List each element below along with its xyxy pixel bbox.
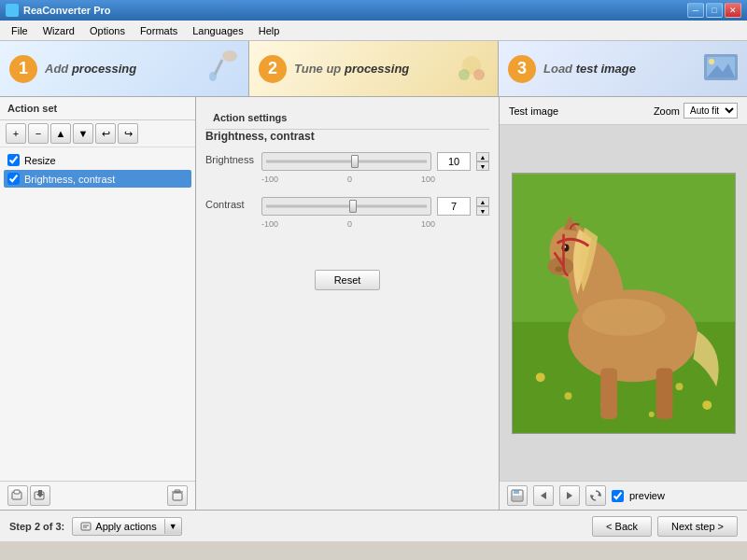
apply-main-button[interactable]: Apply actions [73, 518, 163, 535]
menu-formats[interactable]: Formats [133, 23, 185, 38]
menu-file[interactable]: File [4, 23, 35, 38]
undo-button[interactable]: ↩ [95, 123, 116, 144]
right-header: Test image Zoom Auto fit 25% 50% 75% 100… [500, 97, 747, 125]
svg-point-19 [564, 392, 571, 399]
status-bar: Step 2 of 3: Apply actions ▼ < Back Next… [0, 510, 747, 541]
contrast-label: Contrast [205, 199, 261, 210]
back-button[interactable]: < Back [592, 516, 652, 537]
middle-panel: Action settings Brightness, contrast Bri… [196, 97, 500, 510]
import-button[interactable] [7, 485, 28, 506]
status-left: Step 2 of 3: Apply actions ▼ [9, 517, 182, 536]
brightness-down[interactable]: ▼ [476, 161, 489, 171]
svg-point-31 [555, 266, 562, 272]
contrast-value[interactable]: 7 [437, 197, 471, 216]
svg-point-0 [222, 50, 237, 62]
step-3-number: 3 [508, 55, 536, 83]
maximize-button[interactable]: □ [706, 3, 723, 18]
svg-point-5 [458, 69, 470, 80]
svg-rect-33 [655, 368, 672, 419]
menu-bar: File Wizard Options Formats Languages He… [0, 21, 747, 41]
preview-label: preview [629, 490, 665, 501]
main-area: Action set + − ▲ ▼ ↩ ↪ Resize Brightness… [0, 97, 747, 510]
title-text: ReaConverter Pro [23, 5, 687, 16]
svg-rect-15 [175, 490, 180, 492]
svg-point-22 [702, 400, 712, 410]
menu-options[interactable]: Options [82, 23, 133, 38]
step-2-text: Tune up processing [294, 62, 409, 76]
next-step-button[interactable]: Next step > [657, 516, 738, 537]
close-button[interactable]: ✕ [725, 3, 741, 18]
action-list: Resize Brightness, contrast [0, 147, 195, 481]
step-1-icon [204, 49, 241, 86]
contrast-slider[interactable] [261, 197, 431, 216]
action-toolbar: + − ▲ ▼ ↩ ↪ [0, 120, 195, 147]
brightness-value[interactable]: 10 [437, 152, 471, 171]
add-action-button[interactable]: + [6, 123, 26, 144]
redo-button[interactable]: ↪ [118, 123, 138, 144]
brightness-up[interactable]: ▲ [476, 152, 489, 161]
left-panel: Action set + − ▲ ▼ ↩ ↪ Resize Brightness… [0, 97, 196, 510]
export-button[interactable] [30, 485, 50, 506]
svg-point-34 [582, 299, 665, 336]
brightness-section: Brightness 10 ▲ ▼ -100 0 100 [205, 152, 489, 184]
minimize-button[interactable]: ─ [687, 3, 704, 18]
menu-languages[interactable]: Languages [185, 23, 250, 38]
refresh-button[interactable] [585, 485, 606, 506]
step-1-banner[interactable]: 1 Add processing [0, 41, 249, 96]
test-image-label: Test image [509, 105, 558, 117]
svg-point-21 [675, 383, 683, 390]
step-3-banner[interactable]: 3 Load test image [499, 41, 747, 96]
apply-dropdown[interactable]: Apply actions ▼ [72, 517, 181, 536]
zoom-control: Zoom Auto fit 25% 50% 75% 100% 200% [654, 103, 738, 119]
back-image-button[interactable] [533, 485, 554, 506]
status-right: < Back Next step > [592, 516, 738, 537]
brightness-spinner[interactable]: ▲ ▼ [476, 152, 489, 171]
action-item-brightness[interactable]: Brightness, contrast [4, 170, 191, 188]
brightness-contrast-title: Brightness, contrast [205, 130, 489, 143]
contrast-section: Contrast 7 ▲ ▼ -100 0 100 [205, 197, 489, 229]
delete-button[interactable] [167, 485, 188, 506]
apply-dropdown-arrow[interactable]: ▼ [164, 519, 181, 534]
svg-line-1 [215, 60, 222, 75]
svg-marker-38 [541, 492, 546, 499]
save-image-button[interactable] [507, 485, 528, 506]
step-3-text: Load test image [543, 62, 636, 76]
action-resize-checkbox[interactable] [7, 154, 20, 166]
step-1-text: Add processing [45, 62, 136, 76]
svg-rect-13 [173, 493, 182, 500]
app-icon [6, 4, 19, 17]
contrast-spinner[interactable]: ▲ ▼ [476, 197, 489, 216]
svg-point-9 [709, 59, 714, 64]
move-down-button[interactable]: ▼ [73, 123, 93, 144]
image-area [500, 125, 747, 481]
action-settings-header: Action settings [205, 106, 489, 130]
move-up-button[interactable]: ▲ [50, 123, 71, 144]
bottom-icon-group-left [7, 485, 50, 506]
zoom-select[interactable]: Auto fit 25% 50% 75% 100% 200% [684, 103, 738, 119]
svg-rect-11 [14, 490, 20, 494]
right-bottom-toolbar: preview [500, 481, 747, 510]
title-bar: ReaConverter Pro ─ □ ✕ [0, 0, 747, 21]
svg-point-23 [648, 412, 654, 417]
action-brightness-checkbox[interactable] [7, 173, 20, 185]
window-controls: ─ □ ✕ [687, 3, 741, 18]
step-2-banner[interactable]: 2 Tune up processing [249, 41, 499, 96]
action-set-header: Action set [0, 97, 195, 120]
step-1-number: 1 [9, 55, 37, 83]
menu-help[interactable]: Help [251, 23, 288, 38]
remove-action-button[interactable]: − [28, 123, 49, 144]
preview-checkbox[interactable] [612, 490, 624, 502]
menu-wizard[interactable]: Wizard [35, 23, 82, 38]
svg-rect-37 [513, 496, 522, 500]
zoom-label: Zoom [654, 105, 680, 117]
svg-rect-42 [81, 523, 91, 530]
step-3-icon [702, 49, 740, 86]
contrast-down[interactable]: ▼ [476, 206, 489, 216]
contrast-up[interactable]: ▲ [476, 197, 489, 206]
test-image [512, 173, 736, 434]
svg-point-18 [535, 372, 544, 382]
action-item-resize[interactable]: Resize [4, 151, 191, 169]
forward-image-button[interactable] [559, 485, 580, 506]
brightness-slider[interactable] [261, 152, 431, 171]
reset-button[interactable]: Reset [315, 270, 381, 290]
